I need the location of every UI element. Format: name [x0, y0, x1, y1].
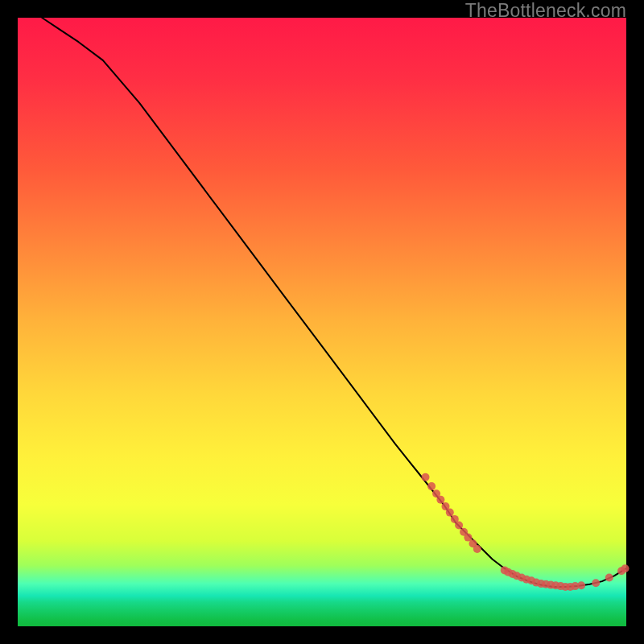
data-point	[427, 482, 436, 490]
data-point	[577, 581, 585, 589]
data-point	[455, 522, 463, 530]
bottleneck-curve	[42, 18, 626, 587]
data-point	[605, 574, 613, 582]
data-point	[422, 473, 430, 481]
chart-overlay	[18, 18, 626, 626]
data-point	[446, 509, 454, 517]
data-point	[621, 564, 630, 572]
data-point	[436, 496, 444, 504]
data-point	[473, 545, 481, 553]
data-point	[592, 579, 600, 587]
chart-stage: TheBottleneck.com	[0, 0, 644, 644]
data-points	[422, 473, 630, 591]
